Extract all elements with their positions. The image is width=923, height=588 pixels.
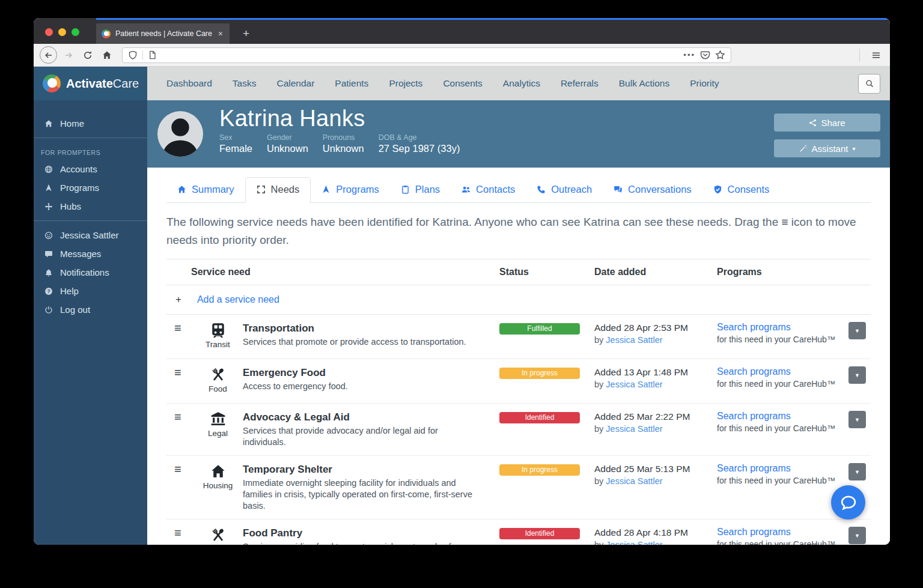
table-row: ≡ Food Emergency Food Access to emergenc… xyxy=(166,359,871,404)
sidebar-item-hubs[interactable]: Hubs xyxy=(34,197,147,216)
chat-widget-button[interactable] xyxy=(831,485,865,520)
comment-icon xyxy=(44,250,53,258)
search-programs-link[interactable]: Search programs xyxy=(717,322,791,332)
needs-description: The following service needs have been id… xyxy=(166,213,864,249)
search-button[interactable] xyxy=(858,74,880,94)
bank-icon xyxy=(210,411,226,427)
plus-icon[interactable]: + xyxy=(175,294,181,306)
sidebar-item-accounts[interactable]: Accounts xyxy=(34,160,147,178)
menu-hamburger-icon[interactable] xyxy=(868,47,884,63)
pocket-icon[interactable] xyxy=(700,50,710,60)
nav-bulk-actions[interactable]: Bulk Actions xyxy=(609,78,680,89)
browser-titlebar: Patient needs | Activate Care × + xyxy=(34,18,890,44)
programs-cell: Search programs for this need in your Ca… xyxy=(717,322,848,344)
nav-priority[interactable]: Priority xyxy=(680,78,729,89)
patient-field-pronouns: Pronouns Unknown xyxy=(323,133,364,154)
nav-referrals[interactable]: Referrals xyxy=(550,78,609,89)
zoom-window-button[interactable] xyxy=(72,28,79,36)
expand-icon xyxy=(257,185,266,194)
drag-handle-icon[interactable]: ≡ xyxy=(166,527,193,539)
urlbar-divider xyxy=(142,50,143,60)
sidebar-item-notifications[interactable]: Notifications xyxy=(34,263,147,282)
back-icon[interactable] xyxy=(40,46,57,64)
nav-projects[interactable]: Projects xyxy=(379,78,433,89)
share-button[interactable]: Share xyxy=(774,114,880,132)
close-window-button[interactable] xyxy=(45,28,53,36)
grip-icon: ≡ xyxy=(781,216,788,228)
row-menu-button[interactable]: ▼ xyxy=(848,411,866,428)
patient-field-gender: Gender Unknown xyxy=(267,133,308,154)
added-by-link[interactable]: Jessica Sattler xyxy=(606,380,662,389)
users-icon xyxy=(462,185,471,194)
tracking-shield-icon[interactable] xyxy=(128,50,138,60)
nav-calendar[interactable]: Calendar xyxy=(266,78,324,89)
page-actions-icon[interactable]: ••• xyxy=(683,50,695,59)
nav-tasks[interactable]: Tasks xyxy=(222,78,267,89)
tab-conversations[interactable]: Conversations xyxy=(603,178,702,202)
chat-bubble-icon xyxy=(839,494,858,512)
browser-tab[interactable]: Patient needs | Activate Care × xyxy=(96,23,230,44)
table-row: ≡ Housing Temporary Shelter Immediate ov… xyxy=(166,456,871,520)
forward-icon[interactable] xyxy=(60,47,76,63)
caret-down-icon: ▼ xyxy=(854,372,860,378)
home-icon[interactable] xyxy=(99,47,115,63)
sidebar-item-help[interactable]: ? Help xyxy=(34,282,147,300)
added-by-link[interactable]: Jessica Sattler xyxy=(606,540,662,545)
tab-contacts[interactable]: Contacts xyxy=(451,178,526,202)
search-programs-link[interactable]: Search programs xyxy=(717,366,791,377)
reload-icon[interactable] xyxy=(79,47,96,63)
new-tab-button[interactable]: + xyxy=(239,26,253,41)
page-info-icon[interactable] xyxy=(148,50,157,59)
browser-window: Patient needs | Activate Care × + ••• Ac… xyxy=(34,18,890,545)
sidebar-item-home[interactable]: Home xyxy=(34,114,147,133)
search-programs-link[interactable]: Search programs xyxy=(717,411,791,421)
tab-summary[interactable]: Summary xyxy=(166,178,245,202)
minimize-window-button[interactable] xyxy=(58,28,66,36)
nav-consents[interactable]: Consents xyxy=(433,78,492,89)
tab-needs[interactable]: Needs xyxy=(245,177,311,203)
share-icon xyxy=(809,119,817,127)
sidebar-item-messages[interactable]: Messages xyxy=(34,244,147,263)
row-menu-button[interactable]: ▼ xyxy=(848,366,866,384)
added-by-link[interactable]: Jessica Sattler xyxy=(606,424,662,434)
utensils-icon xyxy=(210,527,226,543)
added-by-link[interactable]: Jessica Sattler xyxy=(606,335,662,345)
nav-analytics[interactable]: Analytics xyxy=(493,78,550,89)
app-logo[interactable]: ActivateCare xyxy=(34,67,147,100)
status-badge: Fulfilled xyxy=(499,323,580,335)
site-favicon-icon xyxy=(102,29,111,38)
col-date-added: Date added xyxy=(594,267,717,277)
tab-consents[interactable]: Consents xyxy=(702,178,781,202)
caret-down-icon: ▾ xyxy=(852,145,855,152)
col-service-need: Service need xyxy=(166,267,499,277)
tab-outreach[interactable]: Outreach xyxy=(526,178,603,202)
tab-programs[interactable]: Programs xyxy=(311,178,390,202)
nav-dashboard[interactable]: Dashboard xyxy=(166,78,222,89)
bookmark-star-icon[interactable] xyxy=(715,50,725,60)
sidebar-item-logout[interactable]: Log out xyxy=(34,300,147,319)
sidebar-item-user[interactable]: Jessica Sattler xyxy=(34,226,147,244)
col-programs: Programs xyxy=(717,267,871,277)
row-menu-button[interactable]: ▼ xyxy=(848,463,866,480)
sidebar-item-programs[interactable]: Programs xyxy=(34,178,147,197)
tab-close-icon[interactable]: × xyxy=(217,29,224,38)
date-cell: Added 13 Apr 1:48 PM by Jessica Sattler xyxy=(594,366,717,389)
drag-handle-icon[interactable]: ≡ xyxy=(166,463,193,475)
tab-plans[interactable]: Plans xyxy=(390,178,451,202)
drag-handle-icon[interactable]: ≡ xyxy=(166,322,193,334)
sidebar: Home FOR PROMPTERS Accounts Programs Hub… xyxy=(34,100,147,545)
search-programs-link[interactable]: Search programs xyxy=(717,463,791,473)
add-service-need-link[interactable]: Add a service need xyxy=(197,294,279,305)
search-programs-link[interactable]: Search programs xyxy=(717,527,791,537)
drag-handle-icon[interactable]: ≡ xyxy=(166,411,193,423)
table-row: ≡ Transit Transportation Services that p… xyxy=(166,315,871,359)
browser-toolbar: ••• xyxy=(34,44,890,67)
row-menu-button[interactable]: ▼ xyxy=(848,322,866,339)
table-row: ≡ Food Food Pantry Services providing fo… xyxy=(166,520,871,545)
row-menu-button[interactable]: ▼ xyxy=(848,527,866,544)
added-by-link[interactable]: Jessica Sattler xyxy=(606,476,662,486)
assistant-button[interactable]: Assistant ▾ xyxy=(774,139,880,157)
url-bar[interactable]: ••• xyxy=(122,47,731,63)
drag-handle-icon[interactable]: ≡ xyxy=(166,366,193,378)
nav-patients[interactable]: Patients xyxy=(324,78,379,89)
